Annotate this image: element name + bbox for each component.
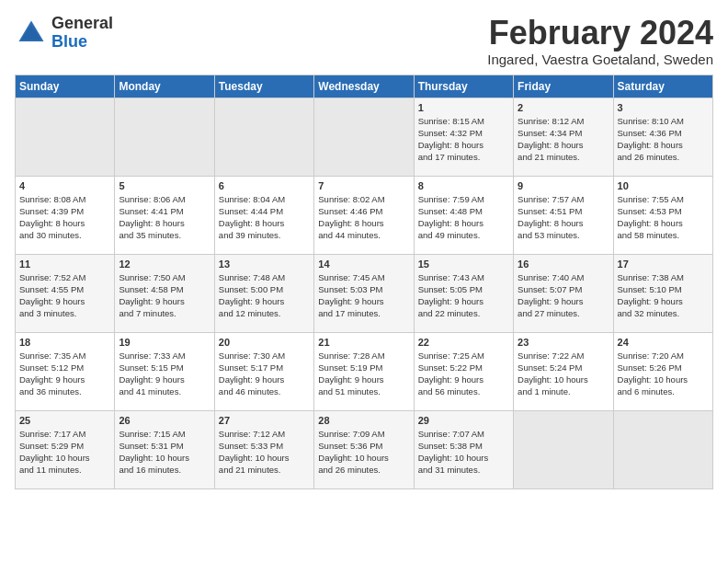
day-number: 20: [219, 337, 310, 348]
day-header-friday: Friday: [514, 75, 613, 98]
day-info: Sunrise: 8:04 AM Sunset: 4:44 PM Dayligh…: [219, 193, 310, 242]
day-number: 19: [119, 337, 210, 348]
day-info: Sunrise: 7:52 AM Sunset: 4:55 PM Dayligh…: [19, 271, 110, 320]
day-info: Sunrise: 7:15 AM Sunset: 5:31 PM Dayligh…: [119, 428, 210, 477]
calendar-cell: 8Sunrise: 7:59 AM Sunset: 4:48 PM Daylig…: [414, 176, 513, 254]
day-info: Sunrise: 8:08 AM Sunset: 4:39 PM Dayligh…: [19, 193, 110, 242]
day-info: Sunrise: 7:59 AM Sunset: 4:48 PM Dayligh…: [418, 193, 509, 242]
day-number: 15: [418, 259, 509, 270]
day-info: Sunrise: 7:45 AM Sunset: 5:03 PM Dayligh…: [318, 271, 409, 320]
calendar-cell: 16Sunrise: 7:40 AM Sunset: 5:07 PM Dayli…: [514, 254, 613, 332]
calendar-cell: 28Sunrise: 7:09 AM Sunset: 5:36 PM Dayli…: [314, 410, 414, 488]
calendar-cell: 4Sunrise: 8:08 AM Sunset: 4:39 PM Daylig…: [16, 176, 115, 254]
day-info: Sunrise: 7:30 AM Sunset: 5:17 PM Dayligh…: [219, 350, 310, 398]
location-subtitle: Ingared, Vaestra Goetaland, Sweden: [487, 52, 713, 67]
day-info: Sunrise: 7:28 AM Sunset: 5:19 PM Dayligh…: [318, 350, 409, 398]
title-block: February 2024 Ingared, Vaestra Goetaland…: [487, 15, 713, 67]
day-number: 12: [119, 259, 210, 270]
day-header-thursday: Thursday: [414, 75, 513, 98]
calendar-cell: 7Sunrise: 8:02 AM Sunset: 4:46 PM Daylig…: [314, 176, 414, 254]
day-number: 11: [19, 259, 110, 270]
day-info: Sunrise: 7:25 AM Sunset: 5:22 PM Dayligh…: [418, 350, 509, 398]
calendar-cell: [16, 98, 115, 176]
calendar-cell: 15Sunrise: 7:43 AM Sunset: 5:05 PM Dayli…: [414, 254, 513, 332]
calendar-cell: 12Sunrise: 7:50 AM Sunset: 4:58 PM Dayli…: [115, 254, 214, 332]
day-info: Sunrise: 7:20 AM Sunset: 5:26 PM Dayligh…: [618, 350, 709, 398]
day-info: Sunrise: 7:33 AM Sunset: 5:15 PM Dayligh…: [119, 350, 210, 398]
day-number: 21: [318, 337, 409, 348]
calendar-body: 1Sunrise: 8:15 AM Sunset: 4:32 PM Daylig…: [16, 98, 713, 488]
calendar-cell: 23Sunrise: 7:22 AM Sunset: 5:24 PM Dayli…: [514, 332, 613, 410]
calendar-cell: 24Sunrise: 7:20 AM Sunset: 5:26 PM Dayli…: [613, 332, 712, 410]
day-info: Sunrise: 8:10 AM Sunset: 4:36 PM Dayligh…: [618, 115, 709, 164]
day-info: Sunrise: 8:15 AM Sunset: 4:32 PM Dayligh…: [418, 115, 509, 164]
day-number: 6: [219, 180, 310, 191]
day-number: 17: [618, 259, 709, 270]
calendar-cell: 10Sunrise: 7:55 AM Sunset: 4:53 PM Dayli…: [613, 176, 712, 254]
day-number: 16: [518, 259, 609, 270]
day-number: 5: [119, 180, 210, 191]
day-info: Sunrise: 8:02 AM Sunset: 4:46 PM Dayligh…: [318, 193, 409, 242]
logo: General Blue: [15, 15, 113, 52]
day-info: Sunrise: 7:22 AM Sunset: 5:24 PM Dayligh…: [518, 350, 609, 398]
calendar-cell: [514, 410, 613, 488]
day-info: Sunrise: 8:12 AM Sunset: 4:34 PM Dayligh…: [518, 115, 609, 164]
calendar-cell: [314, 98, 414, 176]
day-number: 13: [219, 259, 310, 270]
day-info: Sunrise: 7:57 AM Sunset: 4:51 PM Dayligh…: [518, 193, 609, 242]
day-number: 10: [618, 180, 709, 191]
day-number: 4: [19, 180, 110, 191]
day-header-wednesday: Wednesday: [314, 75, 414, 98]
calendar-cell: 3Sunrise: 8:10 AM Sunset: 4:36 PM Daylig…: [613, 98, 712, 176]
day-info: Sunrise: 7:55 AM Sunset: 4:53 PM Dayligh…: [618, 193, 709, 242]
header: General Blue February 2024 Ingared, Vaes…: [15, 15, 713, 67]
day-info: Sunrise: 7:12 AM Sunset: 5:33 PM Dayligh…: [219, 428, 310, 477]
logo-text: General Blue: [51, 15, 113, 52]
calendar-cell: [214, 98, 313, 176]
calendar-cell: 13Sunrise: 7:48 AM Sunset: 5:00 PM Dayli…: [214, 254, 313, 332]
day-number: 9: [518, 180, 609, 191]
calendar-cell: 21Sunrise: 7:28 AM Sunset: 5:19 PM Dayli…: [314, 332, 414, 410]
calendar-cell: 5Sunrise: 8:06 AM Sunset: 4:41 PM Daylig…: [115, 176, 214, 254]
calendar-week-4: 18Sunrise: 7:35 AM Sunset: 5:12 PM Dayli…: [16, 332, 713, 410]
day-header-sunday: Sunday: [16, 75, 115, 98]
day-info: Sunrise: 7:17 AM Sunset: 5:29 PM Dayligh…: [19, 428, 110, 477]
day-info: Sunrise: 7:09 AM Sunset: 5:36 PM Dayligh…: [318, 428, 409, 477]
calendar-cell: 2Sunrise: 8:12 AM Sunset: 4:34 PM Daylig…: [514, 98, 613, 176]
day-number: 26: [119, 415, 210, 426]
calendar-table: SundayMondayTuesdayWednesdayThursdayFrid…: [15, 75, 713, 489]
day-info: Sunrise: 7:43 AM Sunset: 5:05 PM Dayligh…: [418, 271, 509, 320]
month-year-title: February 2024: [487, 15, 713, 52]
calendar-cell: 22Sunrise: 7:25 AM Sunset: 5:22 PM Dayli…: [414, 332, 513, 410]
calendar-week-1: 1Sunrise: 8:15 AM Sunset: 4:32 PM Daylig…: [16, 98, 713, 176]
day-number: 18: [19, 337, 110, 348]
calendar-cell: 25Sunrise: 7:17 AM Sunset: 5:29 PM Dayli…: [16, 410, 115, 488]
calendar-cell: 1Sunrise: 8:15 AM Sunset: 4:32 PM Daylig…: [414, 98, 513, 176]
calendar-cell: [613, 410, 712, 488]
day-info: Sunrise: 7:40 AM Sunset: 5:07 PM Dayligh…: [518, 271, 609, 320]
day-number: 7: [318, 180, 409, 191]
calendar-cell: [115, 98, 214, 176]
calendar-cell: 9Sunrise: 7:57 AM Sunset: 4:51 PM Daylig…: [514, 176, 613, 254]
calendar-cell: 26Sunrise: 7:15 AM Sunset: 5:31 PM Dayli…: [115, 410, 214, 488]
day-info: Sunrise: 7:50 AM Sunset: 4:58 PM Dayligh…: [119, 271, 210, 320]
day-number: 1: [418, 102, 509, 113]
calendar-week-5: 25Sunrise: 7:17 AM Sunset: 5:29 PM Dayli…: [16, 410, 713, 488]
calendar-cell: 27Sunrise: 7:12 AM Sunset: 5:33 PM Dayli…: [214, 410, 313, 488]
calendar-week-2: 4Sunrise: 8:08 AM Sunset: 4:39 PM Daylig…: [16, 176, 713, 254]
day-number: 27: [219, 415, 310, 426]
day-info: Sunrise: 7:48 AM Sunset: 5:00 PM Dayligh…: [219, 271, 310, 320]
day-number: 2: [518, 102, 609, 113]
day-info: Sunrise: 7:38 AM Sunset: 5:10 PM Dayligh…: [618, 271, 709, 320]
calendar-cell: 20Sunrise: 7:30 AM Sunset: 5:17 PM Dayli…: [214, 332, 313, 410]
day-header-monday: Monday: [115, 75, 214, 98]
day-number: 3: [618, 102, 709, 113]
calendar-week-3: 11Sunrise: 7:52 AM Sunset: 4:55 PM Dayli…: [16, 254, 713, 332]
day-number: 8: [418, 180, 509, 191]
calendar-cell: 11Sunrise: 7:52 AM Sunset: 4:55 PM Dayli…: [16, 254, 115, 332]
day-number: 25: [19, 415, 110, 426]
calendar-cell: 17Sunrise: 7:38 AM Sunset: 5:10 PM Dayli…: [613, 254, 712, 332]
day-info: Sunrise: 8:06 AM Sunset: 4:41 PM Dayligh…: [119, 193, 210, 242]
day-header-saturday: Saturday: [613, 75, 712, 98]
day-number: 23: [518, 337, 609, 348]
